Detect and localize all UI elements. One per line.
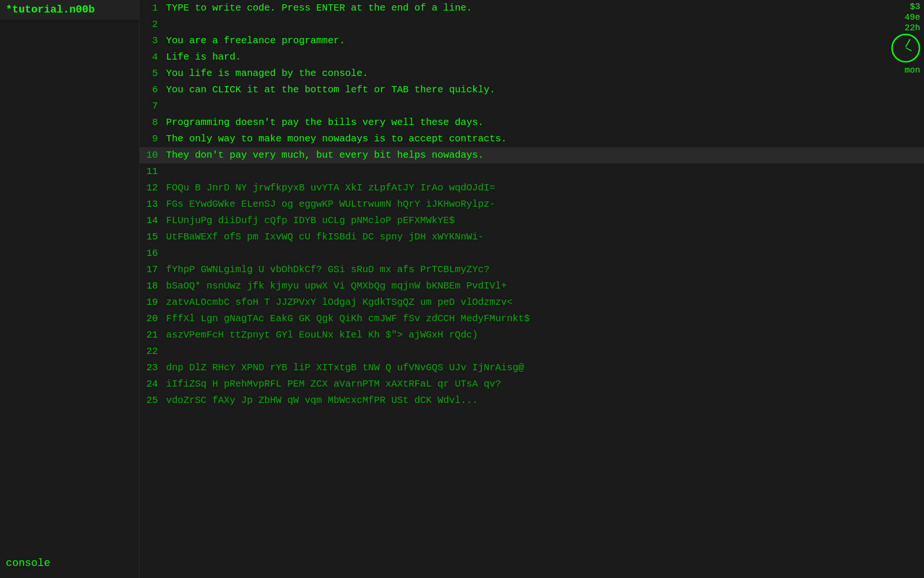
line-number: 3 [140,33,164,49]
table-row: 10They don't pay very much, but every bi… [140,147,924,163]
line-number: 25 [140,392,164,409]
line-number: 17 [140,262,164,278]
table-row: 18bSaOQ* nsnUwz jfk kjmyu upwX Vi QMXbQg… [140,278,924,294]
table-row: 16 [140,245,924,262]
table-row: 19zatvALOcmbC sfoH T JJZPVxY lOdgaj Kgdk… [140,294,924,311]
line-number: 11 [140,163,164,180]
line-number: 13 [140,196,164,213]
table-row: 11 [140,163,924,180]
stat2: 22h [905,23,920,33]
line-number: 22 [140,343,164,360]
table-row: 13FGs EYwdGWke ELenSJ og eggwKP WULtrwum… [140,196,924,213]
line-number: 18 [140,278,164,294]
line-number: 20 [140,311,164,327]
table-row: 5You life is managed by the console. [140,65,924,82]
table-row: 20FffXl Lgn gNagTAc EakG GK Qgk QiKh cmJ… [140,311,924,327]
table-row: 21aszVPemFcH ttZpnyt GYl EouLNx kIel Kh … [140,327,924,343]
line-content: FGs EYwdGWke ELenSJ og eggwKP WULtrwumN … [164,196,495,213]
file-title[interactable]: *tutorial.n00b [0,0,139,20]
line-number: 14 [140,213,164,229]
table-row: 2 [140,16,924,33]
code-editor[interactable]: 1TYPE to write code. Press ENTER at the … [140,0,924,409]
line-number: 21 [140,327,164,343]
line-content: aszVPemFcH ttZpnyt GYl EouLNx kIel Kh $"… [164,327,478,343]
table-row: 23dnp DlZ RHcY XPND rYB liP XITxtgB tNW … [140,360,924,376]
line-number: 5 [140,65,164,82]
table-row: 9The only way to make money nowadays is … [140,131,924,147]
table-row: 12FOQu B JnrD NY jrwfkpyxB uvYTA XkI zLp… [140,180,924,196]
table-row: 6You can CLICK it at the bottom left or … [140,82,924,98]
line-number: 10 [140,147,164,163]
table-row: 1TYPE to write code. Press ENTER at the … [140,0,924,16]
line-number: 16 [140,245,164,262]
line-content: The only way to make money nowadays is t… [164,131,507,147]
line-content: You life is managed by the console. [164,65,368,82]
status-top-right: $3 49e 22h mon [866,0,924,77]
line-number: 1 [140,0,164,16]
line-content: FffXl Lgn gNagTAc EakG GK Qgk QiKh cmJWF… [164,311,530,327]
line-content: bSaOQ* nsnUwz jfk kjmyu upwX Vi QMXbQg m… [164,278,507,294]
table-row: 8Programming doesn't pay the bills very … [140,114,924,131]
table-row: 3You are a freelance programmer. [140,33,924,49]
line-number: 6 [140,82,164,98]
day-label: mon [905,65,920,75]
line-content: UtFBaWEXf ofS pm IxvWQ cU fkISBdi DC spn… [164,229,484,245]
table-row: 24iIfiZSq H pRehMvpRFL PEM ZCX aVarnPTM … [140,376,924,392]
line-content: FOQu B JnrD NY jrwfkpyxB uvYTA XkI zLpfA… [164,180,495,196]
sidebar: *tutorial.n00b console [0,0,140,578]
stat1: 49e [905,13,920,22]
table-row: 17fYhpP GWNLgimlg U vbOhDkCf? GSi sRuD m… [140,262,924,278]
line-content: Programming doesn't pay the bills very w… [164,114,484,131]
table-row: 14FLUnjuPg diiDufj cQfp IDYB uCLg pNMclo… [140,213,924,229]
line-content: vdoZrSC fAXy Jp ZbHW qW vqm MbWcxcMfPR U… [164,392,478,409]
console-button[interactable]: console [0,553,139,573]
line-content: TYPE to write code. Press ENTER at the e… [164,0,472,16]
line-content: dnp DlZ RHcY XPND rYB liP XITxtgB tNW Q … [164,360,524,376]
clock-icon [891,34,920,63]
line-content: zatvALOcmbC sfoH T JJZPVxY lOdgaj KgdkTS… [164,294,513,311]
table-row: 25vdoZrSC fAXy Jp ZbHW qW vqm MbWcxcMfPR… [140,392,924,409]
line-content: iIfiZSq H pRehMvpRFL PEM ZCX aVarnPTM xA… [164,376,501,392]
line-content: You can CLICK it at the bottom left or T… [164,82,495,98]
line-number: 19 [140,294,164,311]
line-content: FLUnjuPg diiDufj cQfp IDYB uCLg pNMcloP … [164,213,455,229]
line-number: 12 [140,180,164,196]
line-content: They don't pay very much, but every bit … [164,147,484,163]
dollar-stat: $3 [910,2,920,12]
line-number: 23 [140,360,164,376]
line-number: 2 [140,16,164,33]
table-row: 15UtFBaWEXf ofS pm IxvWQ cU fkISBdi DC s… [140,229,924,245]
line-content: fYhpP GWNLgimlg U vbOhDkCf? GSi sRuD mx … [164,262,489,278]
editor-area: $3 49e 22h mon 1TYPE to write code. Pres… [140,0,924,578]
line-number: 7 [140,98,164,114]
line-number: 8 [140,114,164,131]
line-content: You are a freelance programmer. [164,33,345,49]
line-number: 15 [140,229,164,245]
table-row: 7 [140,98,924,114]
line-content: Life is hard. [164,49,241,65]
line-number: 4 [140,49,164,65]
table-row: 4Life is hard. [140,49,924,65]
line-number: 9 [140,131,164,147]
line-number: 24 [140,376,164,392]
table-row: 22 [140,343,924,360]
